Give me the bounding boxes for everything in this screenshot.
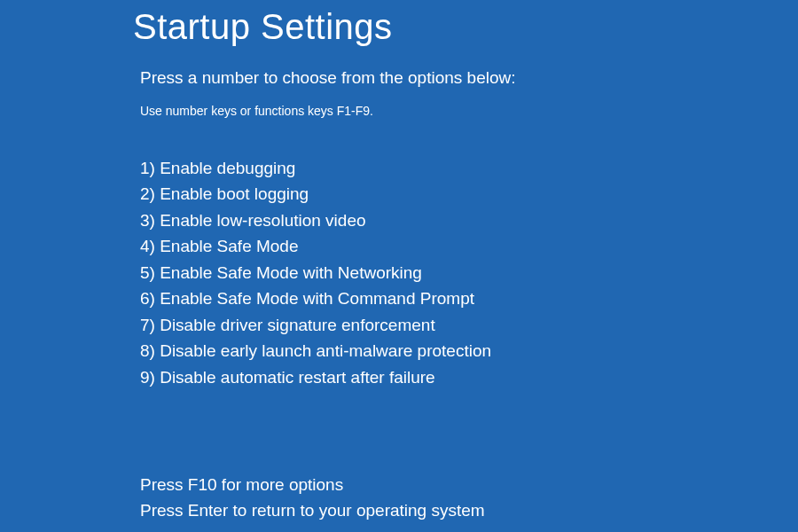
more-options-hint: Press F10 for more options: [140, 472, 798, 497]
option-6-safe-mode-cmd[interactable]: 6) Enable Safe Mode with Command Prompt: [140, 286, 798, 311]
option-3-low-res-video[interactable]: 3) Enable low-resolution video: [140, 207, 798, 233]
option-9-disable-auto-restart[interactable]: 9) Disable automatic restart after failu…: [140, 364, 798, 390]
startup-options-list: 1) Enable debugging 2) Enable boot loggi…: [140, 155, 798, 390]
content-container: Press a number to choose from the option…: [133, 68, 798, 524]
option-5-safe-mode-networking[interactable]: 5) Enable Safe Mode with Networking: [140, 260, 798, 286]
option-7-disable-driver-sig[interactable]: 7) Disable driver signature enforcement: [140, 312, 798, 338]
instruction-subtitle: Press a number to choose from the option…: [140, 68, 798, 88]
option-8-disable-antimalware[interactable]: 8) Disable early launch anti-malware pro…: [140, 338, 798, 364]
page-title: Startup Settings: [133, 7, 798, 47]
option-1-debugging[interactable]: 1) Enable debugging: [140, 155, 798, 181]
option-4-safe-mode[interactable]: 4) Enable Safe Mode: [140, 233, 798, 259]
key-hint: Use number keys or functions keys F1-F9.: [140, 104, 798, 118]
option-2-boot-logging[interactable]: 2) Enable boot logging: [140, 181, 798, 207]
return-hint: Press Enter to return to your operating …: [140, 497, 798, 523]
